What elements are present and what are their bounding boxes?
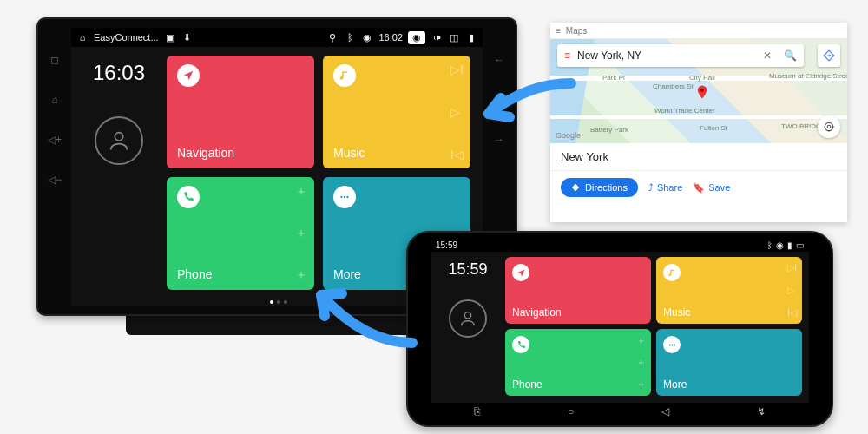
phone-side-icons: ＋＋＋: [295, 184, 307, 283]
map-canvas[interactable]: World Trade Center Chambers St TWO BRIDG…: [550, 39, 847, 143]
phone-tile-grid: Navigation ▷I▷I◁ Music ＋＋＋ Phone More: [505, 252, 809, 403]
signal-icon: ▮: [465, 32, 477, 43]
location-icon: ⚲: [326, 32, 339, 43]
directions-label: Directions: [585, 182, 628, 193]
volup-icon[interactable]: ◁+: [48, 134, 62, 146]
bt-icon: ᛒ: [344, 32, 356, 43]
tile-phone[interactable]: ＋＋＋ Phone: [505, 329, 651, 396]
tile-label: Music: [333, 146, 460, 160]
poi-label: Chambers St: [653, 82, 694, 90]
clear-icon[interactable]: ✕: [763, 49, 772, 62]
avatar[interactable]: [449, 299, 487, 338]
camera-icon[interactable]: ◉: [408, 31, 425, 44]
phone-side-icons: ＋＋＋: [636, 334, 646, 391]
hamburger-icon[interactable]: ≡: [556, 26, 561, 36]
maps-label: Maps: [566, 26, 587, 36]
google-logo: Google: [556, 131, 581, 140]
tile-label: Navigation: [512, 306, 644, 319]
bt-icon: ᛒ: [767, 240, 773, 250]
directions-icon: [823, 49, 835, 62]
svg-point-5: [827, 125, 831, 128]
phone-device: 15:59 ᛒ ◉ ▮ ▭ 15:59 Navigation ▷: [406, 231, 833, 427]
tile-more[interactable]: More: [656, 329, 802, 396]
directions-button[interactable]: Directions: [561, 178, 638, 197]
arrow-icon[interactable]: →: [494, 134, 504, 146]
svg-point-8: [668, 344, 670, 345]
phone-icon: [177, 186, 200, 208]
svg-point-6: [825, 122, 832, 130]
locate-button[interactable]: [818, 115, 840, 138]
svg-point-2: [344, 196, 345, 198]
more-icon: [333, 186, 356, 208]
svg-point-7: [464, 312, 470, 319]
phone-status-bar: 15:59 ᛒ ◉ ▮ ▭: [431, 238, 809, 252]
music-icon: [663, 264, 681, 281]
bookmark-icon: 🔖: [693, 182, 705, 194]
battery-icon: ▭: [796, 240, 804, 250]
tile-navigation[interactable]: Navigation: [505, 257, 651, 324]
music-icon: [333, 64, 356, 87]
tile-label: More: [663, 378, 795, 391]
phone-screen: 15:59 ᛒ ◉ ▮ ▭ 15:59 Navigation ▷: [431, 238, 809, 420]
home-status-icon[interactable]: ⌂: [76, 32, 89, 43]
tile-label: Phone: [512, 378, 644, 391]
locate-icon: [823, 121, 835, 133]
directions-square[interactable]: [818, 44, 840, 67]
save-button[interactable]: 🔖 Save: [693, 182, 730, 194]
wifi-icon: ◉: [361, 32, 373, 43]
tile-label: Navigation: [177, 146, 304, 160]
page-dots: [270, 300, 287, 304]
navigation-icon: [177, 64, 200, 87]
user-icon: [107, 128, 131, 153]
status-time: 16:02: [378, 32, 403, 43]
device-leftbar: ◻ ⌂ ◁+ ◁−: [43, 24, 66, 309]
map-search[interactable]: ≡ New York, NY ✕ 🔍: [557, 44, 804, 67]
svg-point-10: [674, 344, 675, 345]
share-label: Share: [657, 182, 682, 193]
tile-label: Phone: [177, 267, 304, 281]
svg-point-3: [346, 196, 348, 198]
playback-icons: ▷I▷I◁: [787, 262, 797, 319]
more-icon: [663, 336, 681, 353]
avatar[interactable]: [95, 116, 143, 165]
directions-icon: [571, 183, 580, 192]
svg-point-1: [340, 196, 342, 198]
tile-phone[interactable]: ＋＋＋ Phone: [167, 177, 314, 290]
tile-navigation[interactable]: Navigation: [167, 56, 314, 168]
save-label: Save: [708, 182, 730, 193]
tile-music[interactable]: ▷I▷I◁ Music: [656, 257, 802, 324]
poi-label: World Trade Center: [654, 107, 715, 115]
tile-music[interactable]: ▷I▷I◁ Music: [323, 56, 470, 168]
phone-icon: [512, 336, 529, 353]
user-icon: [458, 309, 477, 328]
poi-label: City Hall: [689, 74, 715, 82]
search-result[interactable]: New York: [550, 143, 847, 171]
cast-icon: ◫: [448, 32, 460, 43]
power-icon[interactable]: ◻: [50, 54, 59, 66]
signal-icon: ▮: [787, 240, 792, 250]
menu-lines-icon: ≡: [564, 49, 570, 62]
back-icon[interactable]: ←: [494, 54, 504, 66]
menu-icon[interactable]: ≡: [496, 94, 502, 106]
back-icon[interactable]: ◁: [661, 405, 669, 418]
wifi-icon: ◉: [776, 240, 784, 250]
launcher-clock: 16:03: [93, 61, 145, 85]
picture-icon: ▣: [164, 32, 176, 43]
share-button[interactable]: ⤴ Share: [648, 182, 682, 193]
status-bar: ⌂ EasyConnect... ▣ ⬇ ⚲ ᛒ ◉ 16:02 ◉ 🕩 ◫ ▮: [71, 28, 483, 47]
app-name: EasyConnect...: [94, 32, 159, 43]
map-pin-icon: [694, 84, 710, 100]
search-icon[interactable]: 🔍: [784, 49, 797, 62]
action-row: Directions ⤴ Share 🔖 Save: [550, 171, 847, 204]
home-icon[interactable]: ⌂: [51, 94, 57, 106]
map-topbar: ≡ Maps: [550, 23, 847, 39]
svg-point-0: [115, 133, 122, 141]
extra-icon[interactable]: ↯: [757, 405, 766, 418]
phone-launcher-clock: 15:59: [448, 260, 487, 279]
playback-icons: ▷I▷I◁: [450, 62, 464, 161]
voldown-icon[interactable]: ◁−: [48, 174, 62, 186]
navigation-icon: [512, 264, 529, 281]
search-value: New York, NY: [577, 49, 641, 62]
recents-icon[interactable]: ⎘: [474, 405, 480, 418]
home-icon[interactable]: ○: [568, 405, 574, 418]
